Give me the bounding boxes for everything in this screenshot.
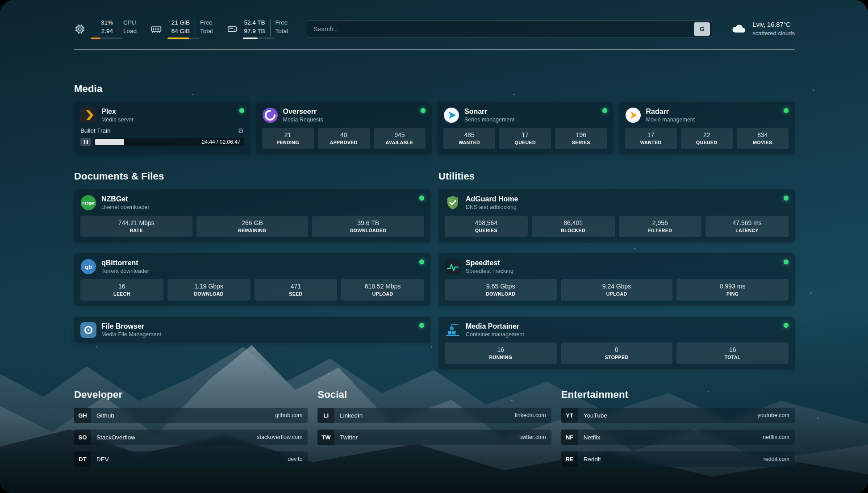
app-card-adguard[interactable]: AdGuard Home DNS and adblocking 498,564Q… — [438, 189, 795, 242]
bookmark-youtube[interactable]: YT YouTube youtube.com — [561, 408, 795, 423]
dev-icon: DT — [74, 451, 91, 467]
snow-particles — [0, 0, 1, 1]
stat-tile: 9.24 GbpsUPLOAD — [561, 279, 673, 301]
status-dot — [419, 259, 424, 264]
divider — [195, 19, 195, 36]
stat-tile: 196SERIES — [555, 128, 607, 149]
cpu-usage-bar — [91, 38, 123, 39]
bookmark-dev[interactable]: DT DEV dev.to — [74, 451, 308, 467]
memory-usage-bar — [167, 38, 200, 39]
bookmark-github[interactable]: GH Github github.com — [74, 408, 308, 423]
topbar-divider — [74, 49, 795, 50]
app-card-sonarr[interactable]: Sonarr Series management 485WANTED 17QUE… — [437, 102, 613, 155]
stat-tile: 744.21 MbpsRATE — [80, 216, 192, 237]
adguard-icon — [445, 195, 461, 211]
stat-tile: 16TOTAL — [676, 343, 789, 364]
status-dot — [602, 108, 607, 113]
search-engine-button[interactable]: G — [694, 22, 710, 36]
bookmark-reddit[interactable]: RE Reddit reddit.com — [561, 451, 795, 467]
storage-widget: 52.4 TB 97.9 TB Free Total — [226, 19, 288, 39]
qbittorrent-icon: qb — [80, 259, 96, 275]
github-icon: GH — [74, 408, 91, 423]
app-card-portainer[interactable]: Media Portainer Container management 16R… — [438, 317, 795, 369]
divider — [270, 19, 271, 36]
playback-time: 24:44 / 02:06:47 — [202, 139, 241, 145]
divider — [118, 19, 118, 36]
stat-tile: 86,401BLOCKED — [532, 216, 615, 237]
section-title-entertainment: Entertainment — [561, 389, 795, 401]
overseerr-icon — [262, 107, 278, 123]
stat-tile: 471SEED — [255, 279, 338, 301]
status-dot — [421, 108, 426, 113]
app-card-radarr[interactable]: Radarr Movie management 17WANTED 22QUEUE… — [619, 102, 795, 155]
reddit-icon: RE — [561, 451, 578, 467]
svg-text:nzbget: nzbget — [82, 201, 95, 205]
memory-total: 64 GiB — [171, 27, 190, 36]
section-title-documents: Documents & Files — [74, 171, 430, 182]
utilities-column: Utilities AdGuard Home — [438, 171, 795, 369]
app-card-overseerr[interactable]: Overseerr Media Requests 21PENDING 40APP… — [256, 102, 432, 155]
stat-tile: 17QUEUED — [499, 128, 551, 149]
svg-text:qb: qb — [85, 263, 92, 270]
storage-usage-bar — [243, 38, 275, 39]
bookmark-netflix[interactable]: NF Netflix netflix.com — [561, 430, 795, 445]
documents-column: Documents & Files nzbget NZBGet Usenet d… — [74, 171, 430, 343]
status-dot — [239, 108, 244, 113]
app-card-nzbget[interactable]: nzbget NZBGet Usenet downloader 744.21 M… — [74, 189, 430, 242]
system-stats: 31% 2.94 CPU Load — [74, 19, 288, 39]
stat-tile: 47.569 msLATENCY — [705, 216, 789, 237]
status-dot — [419, 323, 424, 328]
section-title-developer: Developer — [74, 389, 308, 401]
status-dot — [784, 259, 789, 264]
social-column: Social LI LinkedIn linkedin.com TW Twitt… — [317, 389, 551, 451]
app-card-speedtest[interactable]: Speedtest Speedtest Tracking 9.65 GbpsDO… — [438, 253, 795, 306]
bookmark-twitter[interactable]: TW Twitter twitter.com — [317, 430, 551, 445]
stat-tile: 266 GBREMAINING — [196, 216, 309, 237]
dashboard-window: 31% 2.94 CPU Load — [0, 0, 868, 493]
storage-icon — [226, 23, 238, 35]
status-dot — [784, 108, 789, 113]
stat-tile: 9.65 GbpsDOWNLOAD — [445, 279, 557, 301]
stat-tile: 0.993 msPING — [676, 279, 789, 301]
twitter-icon: TW — [317, 430, 334, 445]
stat-tile: 22QUEUED — [681, 128, 733, 149]
stat-tile: 485WANTED — [443, 128, 495, 149]
cpu-percent: 31% — [101, 19, 113, 27]
storage-free: 52.4 TB — [244, 19, 265, 27]
bookmark-stackoverflow[interactable]: SO StackOverflow stackoverflow.com — [74, 430, 308, 445]
speedtest-icon — [445, 259, 461, 275]
nzbget-icon: nzbget — [80, 195, 96, 211]
media-card-grid: Plex Media server Bullet Train ⚙ 24:44 /… — [74, 102, 795, 155]
memory-free: 21 GiB — [171, 19, 190, 27]
playback-progress-bar[interactable]: 24:44 / 02:06:47 — [94, 138, 244, 146]
pause-button[interactable] — [80, 138, 91, 146]
cpu-widget: 31% 2.94 CPU Load — [74, 19, 137, 39]
stat-tile: 39.6 TBDOWNLOADED — [312, 216, 424, 237]
gear-icon[interactable]: ⚙ — [238, 127, 244, 134]
stat-tile: 16RUNNING — [445, 343, 557, 364]
cpu-icon — [74, 23, 86, 35]
app-card-filebrowser[interactable]: File Browser Media File Management — [74, 317, 430, 343]
memory-widget: 21 GiB 64 GiB Free Total — [150, 19, 213, 39]
stat-tile: 2,956FILTERED — [619, 216, 702, 237]
app-card-qbittorrent[interactable]: qb qBittorrent Torrent downloader 16LEEC… — [74, 253, 430, 306]
stat-tile: 834MOVIES — [737, 128, 789, 149]
bookmark-linkedin[interactable]: LI LinkedIn linkedin.com — [317, 408, 551, 423]
radarr-icon — [625, 107, 641, 123]
search-bar: G — [307, 20, 712, 38]
sonarr-icon — [443, 107, 459, 123]
portainer-icon — [445, 322, 461, 338]
playback-progress-fill — [95, 139, 124, 145]
search-input[interactable] — [307, 21, 712, 38]
cpu-load: 2.94 — [101, 27, 113, 36]
weather-widget: Lviv, 16.87°C scattered clouds — [731, 21, 795, 37]
stat-tile: 498,564QUERIES — [445, 216, 528, 237]
stat-tile: 618.52 MbpsUPLOAD — [341, 279, 424, 301]
weather-location: Lviv, 16.87°C — [752, 21, 795, 29]
stat-tile: 945AVAILABLE — [374, 128, 426, 149]
youtube-icon: YT — [561, 408, 578, 423]
app-card-plex[interactable]: Plex Media server Bullet Train ⚙ 24:44 /… — [74, 102, 250, 155]
top-bar: 31% 2.94 CPU Load — [74, 16, 795, 42]
weather-condition: scattered clouds — [752, 29, 795, 38]
cloud-icon — [731, 22, 747, 36]
